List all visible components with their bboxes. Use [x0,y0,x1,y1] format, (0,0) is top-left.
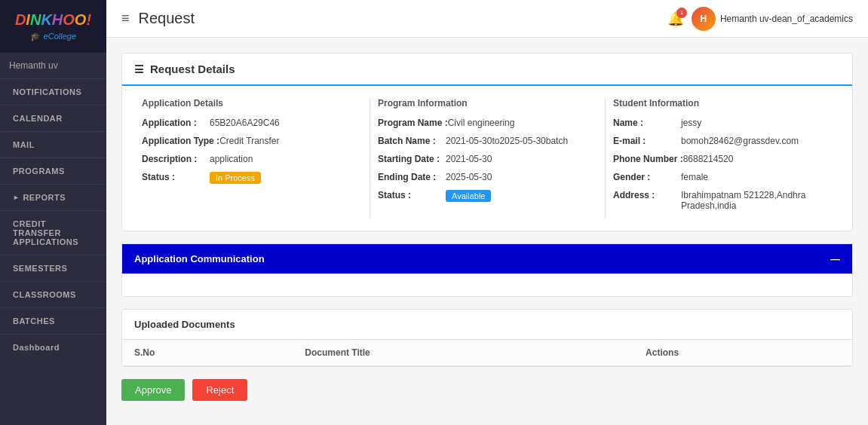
sidebar-item-credit-transfer[interactable]: CREDIT TRANSFER APPLICATIONS [0,211,106,255]
sidebar-item-dashboard[interactable]: Dashboard [0,335,106,360]
request-details-card: ☰ Request Details Application Details Ap… [121,53,853,231]
batch-name-value: 2021-05-30to2025-05-30batch [446,136,568,146]
student-address-row: Address : Ibrahimpatnam 521228,Andhra Pr… [613,190,833,211]
notification-bell[interactable]: 🔔 1 [667,11,684,27]
request-details-header: ☰ Request Details [122,54,852,86]
list-icon: ☰ [134,63,144,75]
sidebar-item-programs[interactable]: PROGRAMS [0,158,106,184]
user-profile[interactable]: H Hemanth uv-dean_of_academics [692,7,853,31]
student-gender-row: Gender : female [613,172,833,182]
uploaded-docs-header: Uploaded Documents [122,310,852,340]
end-date-value: 2025-05-30 [446,172,492,182]
col-doc-title: Document Title [293,340,633,366]
comm-title: Application Communication [134,253,265,264]
start-date-row: Starting Date : 2021-05-30 [378,154,597,164]
student-address-label: Address : [613,190,681,200]
notif-badge: 1 [676,8,687,18]
app-type-value: Credit Transfer [219,136,279,146]
student-email-label: E-mail : [613,136,681,146]
col-actions: Actions [633,340,852,366]
student-phone-value: 8688214520 [683,154,734,164]
app-status-badge: In Process [210,172,261,184]
batch-name-label: Batch Name : [378,136,446,146]
comm-header: Application Communication — [122,244,852,274]
student-phone-label: Phone Number : [613,154,683,164]
logo-sub: eCollege [44,32,76,41]
prog-name-label: Program Name : [378,118,448,128]
application-col: Application Details Application : 65B20A… [134,98,370,219]
app-id-row: Application : 65B20A6A29C46 [142,118,362,128]
student-phone-row: Phone Number : 8688214520 [613,154,833,164]
sidebar-item-reports[interactable]: ► REPORTS [0,185,106,210]
table-header-row: S.No Document Title Actions [122,340,852,366]
start-date-label: Starting Date : [378,154,446,164]
chevron-right-icon: ► [13,194,20,201]
docs-table: S.No Document Title Actions [122,340,852,366]
sidebar-item-calendar[interactable]: CALENDAR [0,105,106,131]
end-date-row: Ending Date : 2025-05-30 [378,172,597,182]
header-left: ≡ Request [121,10,195,27]
program-section-title: Program Information [378,98,597,109]
content-area: ☰ Request Details Application Details Ap… [106,38,868,425]
sidebar-user: Hemanth uv [0,53,106,79]
sidebar-item-semesters[interactable]: SEMESTERS [0,255,106,281]
app-status-row: Status : In Process [142,172,362,184]
prog-name-row: Program Name : Civil engineering [378,118,597,128]
prog-status-row: Status : Available [378,190,597,202]
main-area: ≡ Request 🔔 1 H Hemanth uv-dean_of_acade… [106,0,868,425]
sidebar-item-batches[interactable]: BATCHES [0,308,106,334]
student-name-label: Name : [613,118,681,128]
logo-text: DINKHOO! 🎓 eCollege [15,11,91,41]
student-address-value: Ibrahimpatnam 521228,Andhra Pradesh,indi… [681,190,833,211]
avatar: H [692,7,716,31]
collapse-icon[interactable]: — [830,253,840,264]
uploaded-docs-card: Uploaded Documents S.No Document Title A… [121,309,853,367]
hamburger-icon[interactable]: ≡ [121,11,130,26]
student-section-title: Student Information [613,98,833,109]
student-email-value: bomoh28462@grassdev.com [681,136,799,146]
app-type-label: Application Type : [142,136,219,146]
app-desc-value: application [210,154,253,164]
header-right: 🔔 1 H Hemanth uv-dean_of_academics [667,7,853,31]
logo: DINKHOO! 🎓 eCollege [0,0,106,53]
app-desc-row: Description : application [142,154,362,164]
prog-status-label: Status : [378,190,446,200]
student-col: Student Information Name : jessy E-mail … [605,98,840,219]
app-id-label: Application : [142,118,210,128]
sidebar-item-classrooms[interactable]: CLASSROOMS [0,282,106,307]
sidebar-item-notifications[interactable]: NOTIFICATIONS [0,79,106,105]
app-id-value: 65B20A6A29C46 [210,118,280,128]
prog-status-badge: Available [446,190,491,202]
student-name-value: jessy [681,118,701,128]
application-section-title: Application Details [142,98,362,109]
prog-name-value: Civil engineering [448,118,515,128]
student-gender-label: Gender : [613,172,681,182]
sidebar-nav: NOTIFICATIONS CALENDAR MAIL PROGRAMS ► R… [0,79,106,425]
sidebar-item-mail[interactable]: MAIL [0,132,106,157]
action-buttons: Approve Reject [121,379,853,401]
col-sno: S.No [122,340,293,366]
sidebar: DINKHOO! 🎓 eCollege Hemanth uv NOTIFICAT… [0,0,106,425]
details-grid: Application Details Application : 65B20A… [122,86,852,231]
program-col: Program Information Program Name : Civil… [370,98,605,219]
app-type-row: Application Type : Credit Transfer [142,136,362,146]
reject-button[interactable]: Reject [192,379,247,401]
header: ≡ Request 🔔 1 H Hemanth uv-dean_of_acade… [106,0,868,38]
page-title: Request [139,10,195,27]
communication-card: Application Communication — [121,243,853,297]
student-email-row: E-mail : bomoh28462@grassdev.com [613,136,833,146]
start-date-value: 2021-05-30 [446,154,492,164]
app-status-label: Status : [142,172,210,182]
end-date-label: Ending Date : [378,172,446,182]
app-desc-label: Description : [142,154,210,164]
student-name-row: Name : jessy [613,118,833,128]
batch-name-row: Batch Name : 2021-05-30to2025-05-30batch [378,136,597,146]
student-gender-value: female [681,172,708,182]
approve-button[interactable]: Approve [121,379,185,401]
user-name-label: Hemanth uv-dean_of_academics [720,14,853,24]
comm-body [122,274,852,296]
request-details-title: Request Details [150,63,235,75]
